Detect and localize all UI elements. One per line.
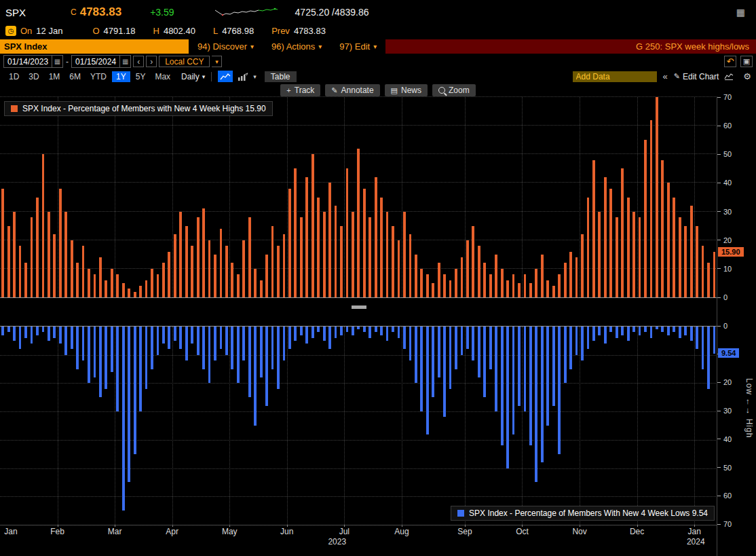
- high-bar: [546, 280, 549, 297]
- price-change: +3.59: [150, 7, 174, 18]
- highs-legend[interactable]: SPX Index - Percentage of Members with N…: [4, 101, 273, 116]
- low-bar: [426, 327, 429, 434]
- low-bar: [31, 327, 33, 344]
- high-bar: [644, 140, 647, 297]
- calendar-icon[interactable]: ▦: [52, 56, 62, 67]
- period-tab-6m[interactable]: 6M: [65, 71, 85, 82]
- prev-value: 4783.83: [294, 26, 326, 36]
- high-bar: [702, 246, 704, 297]
- currency-selector[interactable]: Local CCY: [159, 56, 210, 67]
- period-tab-1m[interactable]: 1M: [45, 71, 64, 82]
- y-tick-label: 20: [717, 378, 732, 386]
- collapse-panel-icon[interactable]: «: [660, 71, 671, 81]
- axis-direction-label: Low ←→ High: [744, 378, 754, 438]
- low-bar: [237, 327, 240, 383]
- high-bar: [609, 189, 612, 297]
- high-bar: [604, 177, 607, 297]
- chart-options-button[interactable]: [721, 71, 736, 82]
- low-bar: [1, 327, 4, 335]
- high-bar: [231, 263, 233, 297]
- period-tab-max[interactable]: Max: [151, 71, 174, 82]
- high-bar: [375, 177, 377, 297]
- low-bar: [690, 327, 693, 341]
- high-bar: [134, 292, 136, 297]
- lows-legend[interactable]: SPX Index - Percentage of Members With N…: [451, 506, 715, 521]
- low-bar: [122, 327, 125, 511]
- y-tick-label: 40: [717, 179, 732, 187]
- table-button[interactable]: Table: [265, 71, 297, 82]
- y-axis[interactable]: 010203040506070 010203040506070 15.90 9.…: [717, 97, 756, 556]
- day-range: 4725.20 /4839.86: [295, 7, 369, 18]
- menu-discover[interactable]: 94) Discover▾: [189, 39, 263, 54]
- low-bar: [7, 327, 10, 332]
- lows-last-value-badge: 9.54: [718, 348, 739, 358]
- y-tick-label: 30: [717, 208, 732, 216]
- gear-icon[interactable]: ⚙: [743, 71, 751, 81]
- highs-swatch: [11, 105, 18, 112]
- workspace-grid-icon[interactable]: ▦: [736, 7, 745, 18]
- low-bar: [696, 327, 698, 349]
- high-bar: [260, 280, 263, 297]
- low-bar: [713, 327, 716, 354]
- high-bar: [478, 246, 480, 297]
- period-tabs: 1D3D1M6MYTD1Y5YMax: [5, 71, 174, 82]
- annotate-button[interactable]: ✎Annotate: [325, 84, 379, 96]
- period-tab-1y[interactable]: 1Y: [112, 71, 130, 82]
- low-bar: [64, 327, 67, 355]
- news-button[interactable]: ▤News: [385, 84, 428, 96]
- high-bar: [225, 246, 228, 297]
- low-bar: [111, 327, 113, 372]
- security-input[interactable]: SPX Index: [0, 39, 189, 54]
- lows-panel[interactable]: SPX Index - Percentage of Members With N…: [0, 326, 717, 525]
- period-tab-ytd[interactable]: YTD: [86, 71, 111, 82]
- period-tab-1d[interactable]: 1D: [5, 71, 23, 82]
- low-bar: [105, 327, 107, 389]
- track-button[interactable]: +Track: [280, 84, 320, 96]
- high-bar: [679, 217, 681, 297]
- frequency-selector[interactable]: Daily▾: [181, 72, 205, 81]
- highs-panel[interactable]: SPX Index - Percentage of Members with N…: [0, 97, 717, 298]
- line-chart-type-button[interactable]: [218, 71, 233, 82]
- chevron-down-icon: ▾: [250, 43, 254, 50]
- y-tick-label: 40: [717, 435, 732, 443]
- date-to-field[interactable]: 01/15/2024 ▦: [71, 55, 131, 68]
- calendar-icon[interactable]: ▦: [119, 56, 130, 67]
- undo-button[interactable]: ↶: [724, 56, 736, 67]
- low-bar: [386, 327, 389, 341]
- pop-out-button[interactable]: ▣: [740, 56, 753, 67]
- high-bar: [581, 234, 584, 297]
- low-bar: [518, 327, 521, 406]
- high-bar: [277, 246, 280, 297]
- chart-type-dropdown-icon[interactable]: ▾: [253, 73, 257, 80]
- shift-back-button[interactable]: ‹: [133, 56, 144, 67]
- divider-drag-handle[interactable]: [352, 305, 366, 309]
- currency-dropdown-icon[interactable]: ▾: [212, 56, 222, 67]
- menu-actions[interactable]: 96) Actions▾: [263, 39, 330, 54]
- period-tab-3d[interactable]: 3D: [24, 71, 43, 82]
- high-bar: [317, 198, 320, 298]
- high-bar: [335, 206, 337, 297]
- high-bar: [621, 168, 624, 297]
- low-bar: [483, 327, 486, 397]
- y-tick-label: 20: [717, 236, 732, 244]
- month-label: Jul: [339, 527, 349, 536]
- period-tab-5y[interactable]: 5Y: [132, 71, 150, 82]
- zoom-button[interactable]: Zoom: [432, 84, 476, 96]
- menu-edit[interactable]: 97) Edit▾: [330, 39, 385, 54]
- edit-chart-button[interactable]: ✎Edit Chart: [674, 72, 719, 81]
- low-bar: [128, 327, 130, 482]
- low-bar: [420, 327, 423, 411]
- pencil-icon: ✎: [331, 86, 337, 95]
- bar-chart-type-button[interactable]: [235, 71, 250, 82]
- low-bar: [621, 327, 624, 335]
- high-bar: [512, 274, 515, 297]
- shift-forward-button[interactable]: ›: [146, 56, 157, 67]
- low-bar: [639, 327, 641, 335]
- high-bar: [300, 217, 303, 297]
- date-toolbar: 01/14/2023 ▦ - 01/15/2024 ▦ ‹ › Local CC…: [0, 54, 756, 69]
- date-from-field[interactable]: 01/14/2023 ▦: [3, 55, 63, 68]
- add-data-input[interactable]: [573, 71, 657, 82]
- low-bar: [702, 327, 704, 369]
- session-date: 12 Jan: [36, 26, 62, 36]
- menu-strip: 94) Discover▾ 96) Actions▾ 97) Edit▾: [189, 39, 385, 54]
